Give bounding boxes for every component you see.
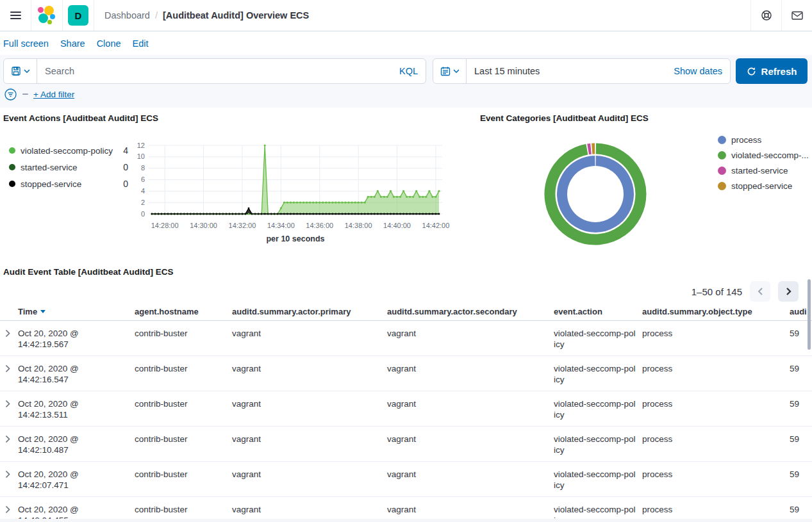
event-categories-legend: processviolated-seccomp-...started-servi… bbox=[718, 132, 809, 193]
toolbar-link-full-screen[interactable]: Full screen bbox=[3, 38, 49, 49]
legend-item[interactable]: process bbox=[718, 132, 809, 147]
series-marker bbox=[319, 202, 320, 204]
legend-dot-icon bbox=[9, 164, 15, 170]
saved-query-menu-button[interactable] bbox=[4, 59, 37, 83]
series-marker bbox=[306, 202, 308, 204]
y-tick-label: 8 bbox=[141, 164, 145, 172]
add-filter-button[interactable]: + Add filter bbox=[33, 90, 74, 99]
pagination-next-button[interactable] bbox=[778, 281, 799, 302]
row-expand-button[interactable] bbox=[5, 364, 18, 373]
table-column-header-agent-hostname[interactable]: agent.hostname bbox=[135, 307, 232, 316]
table-column-header-time[interactable]: Time bbox=[18, 307, 135, 316]
row-expand-button[interactable] bbox=[5, 470, 18, 478]
series-marker bbox=[290, 213, 292, 215]
series-marker bbox=[283, 213, 285, 215]
table-column-header-event-action[interactable]: event.action bbox=[554, 307, 642, 316]
table-cell-time: Oct 20, 2020 @ 14:42:16.547 bbox=[18, 363, 135, 385]
menu-icon[interactable] bbox=[0, 0, 31, 31]
series-marker bbox=[206, 213, 208, 215]
calendar-icon bbox=[440, 66, 451, 76]
table-cell-object-type: process bbox=[642, 328, 790, 339]
bottom-strip bbox=[0, 519, 812, 522]
legend-item[interactable]: started-service0 bbox=[5, 159, 128, 175]
series-marker bbox=[232, 213, 234, 215]
toolbar-link-share[interactable]: Share bbox=[60, 38, 85, 49]
series-marker bbox=[299, 213, 301, 215]
legend-item[interactable]: violated-seccomp-... bbox=[718, 147, 809, 163]
table-cell-last: 59 bbox=[790, 504, 812, 515]
elastic-logo[interactable] bbox=[31, 0, 63, 31]
series-marker bbox=[154, 213, 156, 215]
series-marker bbox=[435, 196, 436, 198]
series-marker bbox=[274, 213, 276, 215]
help-icon[interactable] bbox=[750, 0, 781, 31]
dashboard-toolbar: Full screenShareCloneEdit bbox=[0, 31, 812, 55]
series-marker bbox=[247, 213, 249, 215]
series-marker bbox=[290, 202, 292, 204]
series-marker bbox=[435, 213, 437, 215]
series-marker bbox=[425, 196, 427, 198]
series-marker bbox=[286, 202, 288, 204]
time-picker-calendar-button[interactable] bbox=[433, 59, 467, 83]
table-cell-primary: vagrant bbox=[232, 398, 387, 409]
legend-item[interactable]: stopped-service bbox=[718, 178, 809, 193]
row-expand-button[interactable] bbox=[5, 400, 18, 408]
legend-item[interactable]: started-service bbox=[718, 163, 809, 178]
legend-item[interactable]: stopped-service0 bbox=[5, 175, 128, 192]
breadcrumb-separator: / bbox=[155, 10, 158, 20]
legend-dot-icon bbox=[718, 136, 726, 144]
table-cell-object-type: process bbox=[642, 504, 790, 515]
space-avatar[interactable]: D bbox=[63, 0, 94, 31]
legend-item[interactable]: violated-seccomp-policy4 bbox=[5, 142, 128, 159]
space-avatar-badge[interactable]: D bbox=[68, 5, 88, 26]
chevron-down-icon bbox=[24, 69, 30, 73]
event-actions-legend: violated-seccomp-policy4started-service0… bbox=[5, 142, 128, 192]
search-input[interactable] bbox=[37, 66, 392, 76]
filter-icon[interactable] bbox=[4, 88, 17, 101]
mail-icon[interactable] bbox=[781, 0, 812, 31]
series-marker bbox=[315, 202, 317, 204]
series-marker bbox=[215, 213, 217, 215]
toolbar-link-edit[interactable]: Edit bbox=[133, 38, 149, 49]
series-marker bbox=[280, 208, 282, 209]
legend-label: started-service bbox=[731, 166, 788, 175]
refresh-button[interactable]: Refresh bbox=[736, 58, 808, 84]
table-cell-hostname: contrib-buster bbox=[135, 469, 232, 480]
time-range-value[interactable]: Last 15 minutes bbox=[467, 66, 547, 76]
table-cell-secondary: vagrant bbox=[387, 328, 554, 339]
table-cell-hostname: contrib-buster bbox=[135, 398, 232, 409]
x-axis-title: per 10 seconds bbox=[266, 234, 324, 243]
toolbar-link-clone[interactable]: Clone bbox=[97, 38, 121, 49]
table-column-header-auditd-summary-actor-secondary[interactable]: auditd.summary.actor.secondary bbox=[387, 307, 554, 316]
x-tick-label: 14:30:00 bbox=[190, 222, 217, 229]
row-expand-button[interactable] bbox=[5, 435, 18, 443]
table-cell-action: violated-seccomp-policy bbox=[554, 363, 642, 385]
column-label: auditd.summary.actor.secondary bbox=[387, 307, 517, 316]
legend-label: process bbox=[731, 135, 761, 145]
series-marker bbox=[319, 213, 320, 215]
series-marker bbox=[335, 213, 337, 215]
table-cell-hostname: contrib-buster bbox=[135, 328, 232, 339]
table-column-header-auditd-summary-actor-primary[interactable]: auditd.summary.actor.primary bbox=[232, 307, 387, 316]
series-marker bbox=[254, 213, 256, 215]
series-marker bbox=[415, 190, 417, 192]
legend-value: 0 bbox=[123, 162, 128, 172]
breadcrumb-dashboard[interactable]: Dashboard bbox=[104, 10, 150, 20]
kql-syntax-button[interactable]: KQL bbox=[392, 66, 426, 76]
series-marker bbox=[245, 213, 247, 215]
show-dates-button[interactable]: Show dates bbox=[666, 66, 730, 76]
scrollbar-thumb[interactable] bbox=[808, 279, 811, 350]
series-marker bbox=[228, 213, 230, 215]
row-expand-button[interactable] bbox=[5, 505, 18, 514]
pagination-prev-button[interactable] bbox=[750, 281, 770, 302]
series-marker bbox=[432, 213, 434, 215]
series-marker bbox=[183, 213, 185, 215]
table-column-header-auditd-summary-object-type[interactable]: auditd.summary.object.type bbox=[642, 307, 790, 316]
row-expand-button[interactable] bbox=[5, 329, 18, 338]
series-marker bbox=[248, 208, 250, 209]
series-marker bbox=[328, 202, 330, 204]
table-cell-time: Oct 20, 2020 @ 14:42:07.471 bbox=[18, 469, 135, 491]
table-row: Oct 20, 2020 @ 14:42:19.567contrib-buste… bbox=[0, 321, 812, 356]
table-cell-secondary: vagrant bbox=[387, 363, 554, 374]
column-label: agent.hostname bbox=[135, 307, 199, 316]
